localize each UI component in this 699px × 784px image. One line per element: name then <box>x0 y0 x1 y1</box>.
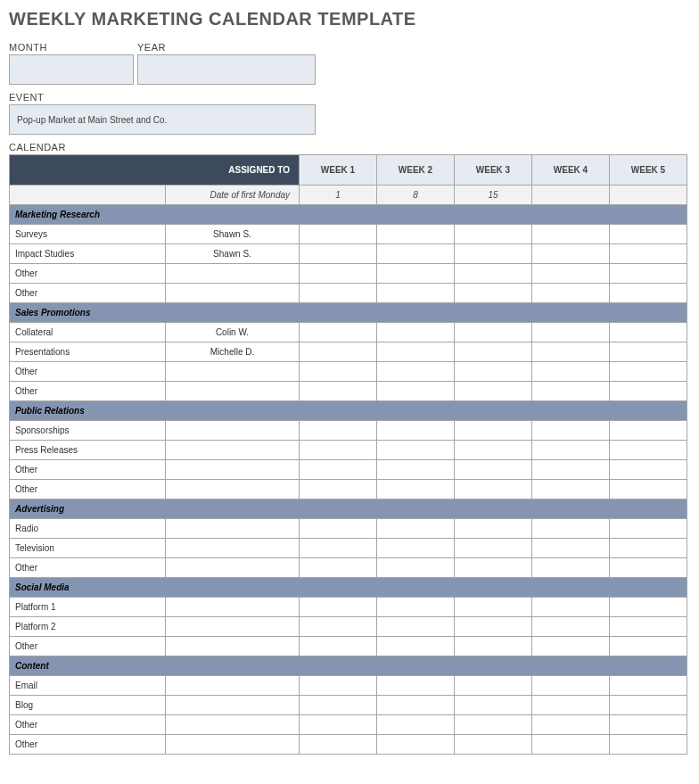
week-cell[interactable] <box>455 244 532 264</box>
task-cell[interactable]: Other <box>10 715 166 735</box>
week-cell[interactable] <box>532 676 610 696</box>
week-cell[interactable] <box>377 284 455 303</box>
week-cell[interactable] <box>455 735 532 755</box>
week-cell[interactable] <box>610 558 687 578</box>
week-cell[interactable] <box>532 264 610 284</box>
task-cell[interactable]: Platform 2 <box>10 617 166 637</box>
task-cell[interactable]: Other <box>10 362 166 382</box>
week-cell[interactable] <box>610 480 687 499</box>
week-cell[interactable] <box>455 342 532 362</box>
assigned-cell[interactable]: Colin W. <box>166 323 300 342</box>
task-cell[interactable]: Other <box>10 284 166 303</box>
week-cell[interactable] <box>455 539 532 558</box>
week-cell[interactable] <box>610 382 687 401</box>
week-cell[interactable] <box>377 421 455 441</box>
week-cell[interactable] <box>377 519 455 539</box>
task-cell[interactable]: Other <box>10 264 166 284</box>
week-cell[interactable] <box>610 539 687 558</box>
task-cell[interactable]: Other <box>10 637 166 656</box>
week-cell[interactable] <box>610 225 687 244</box>
event-input[interactable]: Pop-up Market at Main Street and Co. <box>9 104 316 135</box>
week-cell[interactable] <box>300 637 377 656</box>
assigned-cell[interactable] <box>166 735 300 755</box>
week-cell[interactable] <box>377 696 455 715</box>
week-cell[interactable] <box>455 558 532 578</box>
task-cell[interactable]: Email <box>10 676 166 696</box>
week-cell[interactable] <box>300 617 377 637</box>
task-cell[interactable]: Press Releases <box>10 441 166 460</box>
week-cell[interactable] <box>455 284 532 303</box>
date-week3[interactable]: 15 <box>455 186 532 205</box>
week-cell[interactable] <box>300 558 377 578</box>
assigned-cell[interactable] <box>166 539 300 558</box>
week-cell[interactable] <box>532 715 610 735</box>
week-cell[interactable] <box>455 441 532 460</box>
week-cell[interactable] <box>377 264 455 284</box>
week-cell[interactable] <box>532 460 610 480</box>
assigned-cell[interactable] <box>166 460 300 480</box>
assigned-cell[interactable] <box>166 382 300 401</box>
date-week2[interactable]: 8 <box>377 186 455 205</box>
week-cell[interactable] <box>610 284 687 303</box>
week-cell[interactable] <box>455 362 532 382</box>
assigned-cell[interactable] <box>166 715 300 735</box>
week-cell[interactable] <box>455 323 532 342</box>
task-cell[interactable]: Other <box>10 382 166 401</box>
week-cell[interactable] <box>610 264 687 284</box>
week-cell[interactable] <box>610 342 687 362</box>
task-cell[interactable]: Collateral <box>10 323 166 342</box>
week-cell[interactable] <box>455 264 532 284</box>
week-cell[interactable] <box>300 264 377 284</box>
week-cell[interactable] <box>377 460 455 480</box>
week-cell[interactable] <box>377 480 455 499</box>
week-cell[interactable] <box>610 676 687 696</box>
task-cell[interactable]: Sponsorships <box>10 421 166 441</box>
week-cell[interactable] <box>610 696 687 715</box>
assigned-cell[interactable] <box>166 480 300 499</box>
assigned-cell[interactable] <box>166 696 300 715</box>
assigned-cell[interactable] <box>166 421 300 441</box>
week-cell[interactable] <box>455 460 532 480</box>
task-cell[interactable]: Television <box>10 539 166 558</box>
week-cell[interactable] <box>377 225 455 244</box>
week-cell[interactable] <box>532 323 610 342</box>
week-cell[interactable] <box>377 715 455 735</box>
week-cell[interactable] <box>610 715 687 735</box>
week-cell[interactable] <box>610 519 687 539</box>
week-cell[interactable] <box>455 715 532 735</box>
week-cell[interactable] <box>532 696 610 715</box>
task-cell[interactable]: Impact Studies <box>10 244 166 264</box>
week-cell[interactable] <box>455 421 532 441</box>
week-cell[interactable] <box>377 539 455 558</box>
week-cell[interactable] <box>300 598 377 617</box>
week-cell[interactable] <box>610 244 687 264</box>
assigned-cell[interactable] <box>166 558 300 578</box>
week-cell[interactable] <box>532 362 610 382</box>
week-cell[interactable] <box>377 598 455 617</box>
week-cell[interactable] <box>300 539 377 558</box>
assigned-cell[interactable] <box>166 264 300 284</box>
week-cell[interactable] <box>377 637 455 656</box>
week-cell[interactable] <box>532 558 610 578</box>
task-cell[interactable]: Other <box>10 735 166 755</box>
task-cell[interactable]: Radio <box>10 519 166 539</box>
week-cell[interactable] <box>532 244 610 264</box>
week-cell[interactable] <box>300 696 377 715</box>
week-cell[interactable] <box>610 421 687 441</box>
task-cell[interactable]: Platform 1 <box>10 598 166 617</box>
week-cell[interactable] <box>532 382 610 401</box>
week-cell[interactable] <box>377 441 455 460</box>
week-cell[interactable] <box>377 362 455 382</box>
week-cell[interactable] <box>300 715 377 735</box>
year-input[interactable] <box>137 54 316 85</box>
assigned-cell[interactable] <box>166 676 300 696</box>
week-cell[interactable] <box>377 244 455 264</box>
assigned-cell[interactable]: Michelle D. <box>166 342 300 362</box>
week-cell[interactable] <box>610 323 687 342</box>
week-cell[interactable] <box>300 519 377 539</box>
week-cell[interactable] <box>532 284 610 303</box>
week-cell[interactable] <box>532 519 610 539</box>
week-cell[interactable] <box>532 637 610 656</box>
task-cell[interactable]: Other <box>10 558 166 578</box>
week-cell[interactable] <box>300 460 377 480</box>
